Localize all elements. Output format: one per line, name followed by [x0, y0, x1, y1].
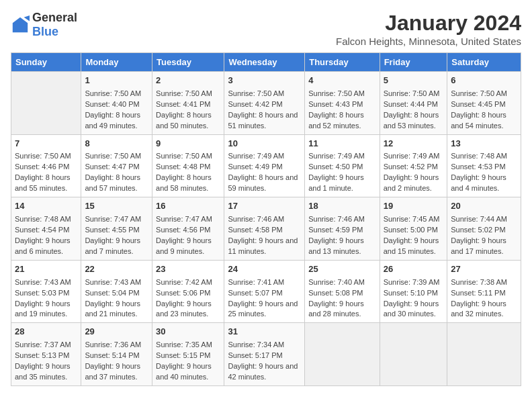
day-cell: 29Sunrise: 7:36 AMSunset: 5:14 PMDayligh…: [81, 323, 152, 386]
day-details: Sunrise: 7:34 AMSunset: 5:17 PMDaylight:…: [228, 340, 301, 383]
day-details: Sunrise: 7:49 AMSunset: 4:50 PMDaylight:…: [308, 151, 375, 194]
day-details: Sunrise: 7:50 AMSunset: 4:44 PMDaylight:…: [384, 89, 444, 132]
day-number: 17: [228, 200, 301, 213]
day-cell: 1Sunrise: 7:50 AMSunset: 4:40 PMDaylight…: [81, 72, 152, 135]
day-details: Sunrise: 7:45 AMSunset: 5:00 PMDaylight:…: [384, 214, 444, 257]
col-header-saturday: Saturday: [447, 53, 521, 72]
week-row-4: 21Sunrise: 7:43 AMSunset: 5:03 PMDayligh…: [11, 260, 521, 323]
col-header-friday: Friday: [380, 53, 447, 72]
day-details: Sunrise: 7:43 AMSunset: 5:04 PMDaylight:…: [85, 277, 148, 320]
day-number: 27: [451, 263, 517, 276]
title-block: January 2024 Falcon Heights, Minnesota, …: [336, 11, 521, 47]
day-number: 25: [308, 263, 375, 276]
day-cell: 3Sunrise: 7:50 AMSunset: 4:42 PMDaylight…: [224, 72, 305, 135]
day-cell: 31Sunrise: 7:34 AMSunset: 5:17 PMDayligh…: [224, 323, 305, 386]
day-cell: 4Sunrise: 7:50 AMSunset: 4:43 PMDaylight…: [305, 72, 380, 135]
day-cell: 8Sunrise: 7:50 AMSunset: 4:47 PMDaylight…: [81, 134, 152, 197]
day-cell: 17Sunrise: 7:46 AMSunset: 4:58 PMDayligh…: [224, 197, 305, 261]
day-cell: 14Sunrise: 7:48 AMSunset: 4:54 PMDayligh…: [11, 197, 81, 261]
day-details: Sunrise: 7:40 AMSunset: 5:08 PMDaylight:…: [308, 277, 375, 320]
week-row-5: 28Sunrise: 7:37 AMSunset: 5:13 PMDayligh…: [11, 323, 521, 386]
week-row-1: 1Sunrise: 7:50 AMSunset: 4:40 PMDaylight…: [11, 72, 521, 135]
col-header-wednesday: Wednesday: [224, 53, 305, 72]
col-header-tuesday: Tuesday: [152, 53, 224, 72]
day-number: 22: [85, 263, 148, 276]
day-number: 30: [156, 326, 220, 338]
day-cell: 21Sunrise: 7:43 AMSunset: 5:03 PMDayligh…: [11, 260, 81, 323]
page-header: General Blue January 2024 Falcon Heights…: [11, 11, 521, 47]
day-cell: 24Sunrise: 7:41 AMSunset: 5:07 PMDayligh…: [224, 260, 305, 323]
day-details: Sunrise: 7:50 AMSunset: 4:43 PMDaylight:…: [308, 89, 375, 132]
logo-icon: [11, 15, 30, 34]
logo-blue: Blue: [32, 25, 58, 38]
day-details: Sunrise: 7:50 AMSunset: 4:46 PMDaylight:…: [15, 151, 77, 194]
day-details: Sunrise: 7:42 AMSunset: 5:06 PMDaylight:…: [156, 277, 220, 320]
day-details: Sunrise: 7:47 AMSunset: 4:55 PMDaylight:…: [85, 214, 148, 257]
day-cell: 7Sunrise: 7:50 AMSunset: 4:46 PMDaylight…: [11, 134, 81, 197]
day-cell: [11, 72, 81, 135]
day-number: 13: [451, 138, 517, 150]
main-title: January 2024: [336, 11, 521, 36]
day-details: Sunrise: 7:39 AMSunset: 5:10 PMDaylight:…: [384, 277, 444, 320]
day-details: Sunrise: 7:43 AMSunset: 5:03 PMDaylight:…: [15, 277, 77, 320]
day-number: 1: [85, 75, 148, 87]
day-number: 10: [228, 138, 301, 150]
day-number: 31: [228, 326, 301, 338]
day-cell: 25Sunrise: 7:40 AMSunset: 5:08 PMDayligh…: [305, 260, 380, 323]
day-details: Sunrise: 7:50 AMSunset: 4:47 PMDaylight:…: [85, 151, 148, 194]
day-number: 24: [228, 263, 301, 276]
day-cell: [380, 323, 447, 386]
day-details: Sunrise: 7:47 AMSunset: 4:56 PMDaylight:…: [156, 214, 220, 257]
day-number: 7: [15, 138, 77, 150]
day-cell: 26Sunrise: 7:39 AMSunset: 5:10 PMDayligh…: [380, 260, 447, 323]
day-details: Sunrise: 7:50 AMSunset: 4:42 PMDaylight:…: [228, 89, 301, 132]
day-number: 9: [156, 138, 220, 150]
day-details: Sunrise: 7:50 AMSunset: 4:41 PMDaylight:…: [156, 89, 220, 132]
day-number: 26: [384, 263, 444, 276]
day-number: 23: [156, 263, 220, 276]
day-cell: 22Sunrise: 7:43 AMSunset: 5:04 PMDayligh…: [81, 260, 152, 323]
day-cell: 20Sunrise: 7:44 AMSunset: 5:02 PMDayligh…: [447, 197, 521, 261]
day-details: Sunrise: 7:46 AMSunset: 4:59 PMDaylight:…: [308, 214, 375, 257]
day-cell: 27Sunrise: 7:38 AMSunset: 5:11 PMDayligh…: [447, 260, 521, 323]
day-details: Sunrise: 7:37 AMSunset: 5:13 PMDaylight:…: [15, 340, 77, 383]
day-details: Sunrise: 7:50 AMSunset: 4:45 PMDaylight:…: [451, 89, 517, 132]
day-number: 8: [85, 138, 148, 150]
day-number: 2: [156, 75, 220, 87]
day-number: 4: [308, 75, 375, 87]
header-row: SundayMondayTuesdayWednesdayThursdayFrid…: [11, 53, 521, 72]
day-cell: 9Sunrise: 7:50 AMSunset: 4:48 PMDaylight…: [152, 134, 224, 197]
col-header-monday: Monday: [81, 53, 152, 72]
day-number: 21: [15, 263, 77, 276]
day-number: 28: [15, 326, 77, 338]
day-cell: 12Sunrise: 7:49 AMSunset: 4:52 PMDayligh…: [380, 134, 447, 197]
day-number: 6: [451, 75, 517, 87]
calendar-table: SundayMondayTuesdayWednesdayThursdayFrid…: [11, 52, 521, 386]
day-number: 18: [308, 200, 375, 213]
day-details: Sunrise: 7:48 AMSunset: 4:54 PMDaylight:…: [15, 214, 77, 257]
day-cell: 18Sunrise: 7:46 AMSunset: 4:59 PMDayligh…: [305, 197, 380, 261]
week-row-3: 14Sunrise: 7:48 AMSunset: 4:54 PMDayligh…: [11, 197, 521, 261]
day-details: Sunrise: 7:49 AMSunset: 4:49 PMDaylight:…: [228, 151, 301, 194]
day-number: 3: [228, 75, 301, 87]
day-number: 19: [384, 200, 444, 213]
day-details: Sunrise: 7:50 AMSunset: 4:40 PMDaylight:…: [85, 89, 148, 132]
day-details: Sunrise: 7:41 AMSunset: 5:07 PMDaylight:…: [228, 277, 301, 320]
day-cell: [447, 323, 521, 386]
day-cell: 5Sunrise: 7:50 AMSunset: 4:44 PMDaylight…: [380, 72, 447, 135]
day-details: Sunrise: 7:48 AMSunset: 4:53 PMDaylight:…: [451, 151, 517, 194]
day-cell: 23Sunrise: 7:42 AMSunset: 5:06 PMDayligh…: [152, 260, 224, 323]
col-header-thursday: Thursday: [305, 53, 380, 72]
day-number: 15: [85, 200, 148, 213]
day-cell: 28Sunrise: 7:37 AMSunset: 5:13 PMDayligh…: [11, 323, 81, 386]
day-number: 11: [308, 138, 375, 150]
day-cell: 11Sunrise: 7:49 AMSunset: 4:50 PMDayligh…: [305, 134, 380, 197]
day-details: Sunrise: 7:38 AMSunset: 5:11 PMDaylight:…: [451, 277, 517, 320]
svg-marker-1: [24, 15, 30, 21]
day-cell: 13Sunrise: 7:48 AMSunset: 4:53 PMDayligh…: [447, 134, 521, 197]
day-number: 14: [15, 200, 77, 213]
day-cell: 6Sunrise: 7:50 AMSunset: 4:45 PMDaylight…: [447, 72, 521, 135]
day-cell: 16Sunrise: 7:47 AMSunset: 4:56 PMDayligh…: [152, 197, 224, 261]
day-number: 20: [451, 200, 517, 213]
day-details: Sunrise: 7:44 AMSunset: 5:02 PMDaylight:…: [451, 214, 517, 257]
